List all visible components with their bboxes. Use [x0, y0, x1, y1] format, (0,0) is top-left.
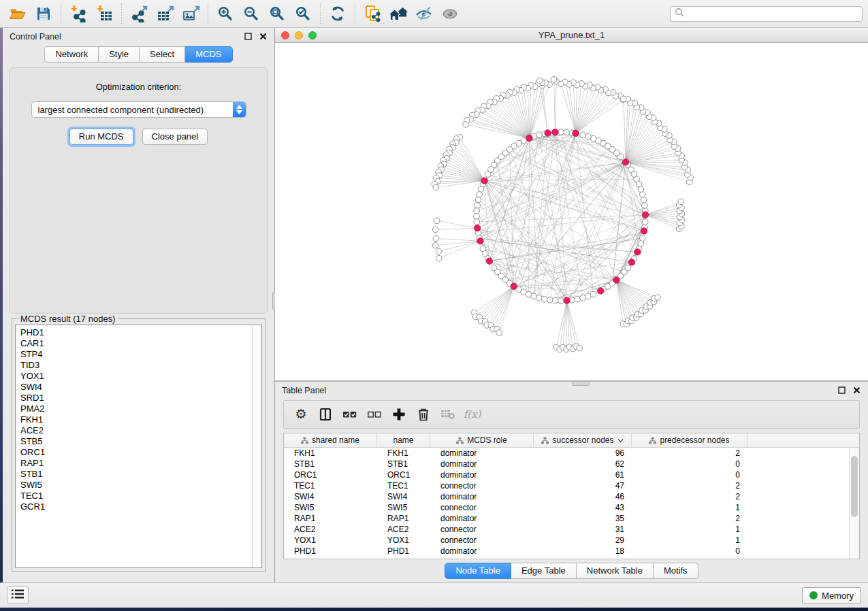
network-canvas[interactable]	[275, 43, 868, 380]
mcds-result-item[interactable]: TEC1	[20, 491, 247, 501]
mcds-result-item[interactable]: FKH1	[20, 414, 247, 425]
columns-icon[interactable]	[315, 404, 336, 425]
mcds-node[interactable]	[564, 297, 570, 303]
mcds-node[interactable]	[552, 129, 558, 135]
export-image-icon[interactable]	[178, 2, 203, 25]
mcds-result-item[interactable]: PMA2	[20, 403, 247, 414]
tab-network[interactable]: Network	[44, 46, 99, 63]
search-box[interactable]	[670, 6, 863, 22]
float-panel-icon[interactable]	[244, 32, 253, 41]
mcds-node[interactable]	[481, 178, 487, 184]
hide-detail-eye-icon[interactable]	[412, 2, 436, 25]
table-row[interactable]: STB1STB1dominator620	[284, 459, 849, 469]
tab-motifs[interactable]: Motifs	[654, 563, 698, 579]
mcds-result-item[interactable]: GCR1	[20, 501, 247, 512]
mcds-node[interactable]	[511, 283, 517, 289]
gear-icon[interactable]: ⚙	[291, 404, 311, 425]
horizontal-splitter-handle[interactable]	[572, 381, 590, 386]
mcds-result-item[interactable]: YOX1	[20, 371, 247, 382]
deselect-all-icon[interactable]	[364, 404, 385, 425]
task-history-button[interactable]	[7, 587, 29, 604]
table-row[interactable]: RAP1RAP1dominator352	[284, 513, 849, 524]
column-header-name[interactable]: name	[377, 433, 430, 447]
table-row[interactable]: PHD1PHD1dominator180	[284, 546, 849, 557]
show-eye-icon[interactable]	[438, 2, 462, 25]
tab-edge-table[interactable]: Edge Table	[511, 563, 577, 579]
mcds-result-item[interactable]: SWI4	[20, 382, 247, 393]
close-table-panel-icon[interactable]	[852, 386, 861, 395]
mcds-node[interactable]	[622, 159, 628, 165]
mcds-node[interactable]	[475, 225, 481, 231]
mcds-result-item[interactable]: TID3	[20, 360, 247, 371]
add-icon[interactable]	[389, 404, 409, 425]
mcds-result-item[interactable]: STB5	[20, 436, 247, 447]
tab-style[interactable]: Style	[99, 46, 140, 63]
mcds-node[interactable]	[642, 212, 648, 218]
table-row[interactable]: FKH1FKH1dominator962	[284, 448, 849, 459]
search-input[interactable]	[687, 9, 858, 18]
table-row[interactable]: SWI5SWI5connector431	[284, 502, 849, 513]
tab-node-table[interactable]: Node Table	[445, 563, 511, 579]
mcds-node[interactable]	[486, 258, 492, 264]
memory-button[interactable]: Memory	[802, 587, 861, 604]
mcds-result-item[interactable]: ORC1	[20, 447, 247, 458]
open-file-icon[interactable]	[5, 2, 30, 25]
table-row[interactable]: ORC1ORC1dominator610	[284, 469, 849, 480]
table-row[interactable]: YOX1YOX1connector291	[284, 535, 849, 546]
mcds-node[interactable]	[477, 238, 483, 244]
import-table-icon[interactable]	[92, 2, 116, 25]
refresh-layout-icon[interactable]	[325, 2, 350, 25]
optimization-criterion-select[interactable]: largest connected component (undirected)	[31, 101, 246, 118]
mcds-node[interactable]	[598, 288, 604, 294]
table-row[interactable]: SWI4SWI4dominator462	[284, 491, 849, 502]
mcds-node[interactable]	[641, 228, 647, 234]
close-window-icon[interactable]	[281, 31, 289, 39]
mcds-node[interactable]	[545, 130, 551, 136]
network-graph[interactable]	[275, 43, 868, 380]
mcds-node[interactable]	[613, 277, 620, 283]
mcds-result-item[interactable]: SWI5	[20, 480, 247, 491]
import-network-icon[interactable]	[66, 2, 91, 25]
zoom-out-icon[interactable]	[239, 2, 263, 25]
homes-icon[interactable]	[386, 2, 411, 25]
table-row[interactable]: ACE2ACE2connector311	[284, 524, 849, 535]
table-scrollbar-thumb[interactable]	[851, 456, 858, 517]
mcds-result-item[interactable]: STP4	[20, 349, 247, 360]
select-all-icon[interactable]	[340, 404, 360, 425]
mcds-node[interactable]	[634, 249, 641, 255]
mcds-result-item[interactable]: RAP1	[20, 458, 247, 469]
share-document-icon[interactable]	[360, 2, 385, 25]
run-mcds-button[interactable]: Run MCDS	[69, 129, 133, 145]
mcds-result-list[interactable]: PHD1CAR1STP4TID3YOX1SWI4SRD1PMA2FKH1ACE2…	[15, 325, 262, 568]
mcds-node[interactable]	[628, 259, 634, 265]
tab-mcds[interactable]: MCDS	[185, 46, 232, 63]
table-row[interactable]: TEC1TEC1connector472	[284, 480, 849, 491]
column-header-shared-name[interactable]: shared name	[284, 433, 377, 447]
column-header-MCDS-role[interactable]: MCDS role	[430, 433, 534, 447]
close-panel-button[interactable]: Close panel	[142, 129, 208, 145]
float-table-panel-icon[interactable]	[837, 386, 846, 395]
mcds-result-item[interactable]: CAR1	[20, 338, 247, 349]
zoom-selected-icon[interactable]	[291, 2, 315, 25]
tab-network-table[interactable]: Network Table	[577, 563, 654, 579]
zoom-fit-icon[interactable]	[265, 2, 289, 25]
zoom-in-icon[interactable]	[213, 2, 238, 25]
tab-select[interactable]: Select	[140, 46, 185, 63]
export-network-icon[interactable]	[127, 2, 151, 25]
mcds-result-item[interactable]: PHD1	[20, 327, 247, 338]
minimize-window-icon[interactable]	[295, 31, 303, 39]
mcds-node[interactable]	[526, 135, 532, 141]
column-header-successor-nodes[interactable]: successor nodes	[534, 433, 632, 447]
export-table-icon[interactable]	[152, 2, 177, 25]
column-header-predecessor-nodes[interactable]: predecessor nodes	[632, 433, 748, 447]
close-panel-icon[interactable]	[259, 32, 268, 41]
table-scrollbar[interactable]	[849, 448, 859, 559]
mcds-node[interactable]	[573, 130, 579, 136]
maximize-window-icon[interactable]	[308, 31, 317, 39]
result-list-scrollbar[interactable]	[252, 325, 261, 567]
mcds-result-item[interactable]: ACE2	[20, 425, 247, 436]
mcds-result-item[interactable]: SRD1	[20, 393, 247, 403]
delete-icon[interactable]	[413, 404, 434, 425]
mcds-result-item[interactable]: STB1	[20, 469, 247, 480]
save-session-icon[interactable]	[31, 2, 56, 25]
